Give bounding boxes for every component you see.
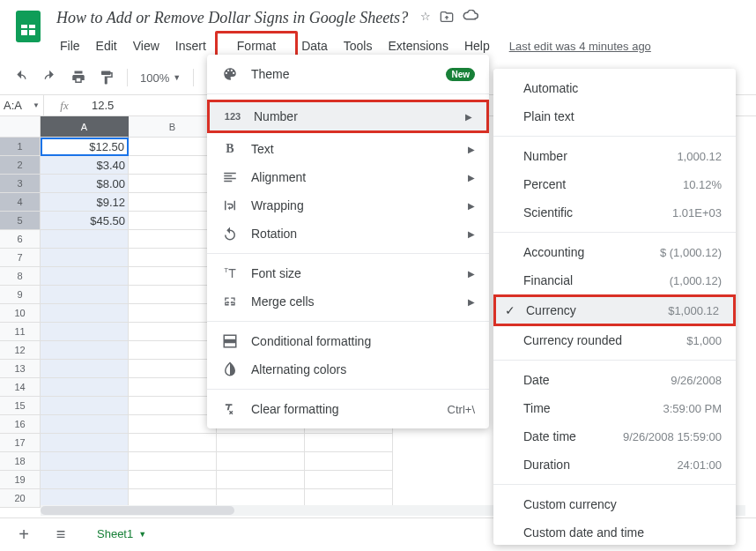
cell[interactable] bbox=[129, 323, 217, 341]
menu-alternating-colors[interactable]: Alternating colors bbox=[207, 355, 489, 383]
cell[interactable] bbox=[305, 452, 393, 471]
menu-edit[interactable]: Edit bbox=[89, 35, 124, 56]
format-currency[interactable]: ✓Currency$1,000.12 bbox=[493, 294, 736, 326]
row-header[interactable]: 14 bbox=[0, 378, 41, 397]
format-time[interactable]: Time3:59:00 PM bbox=[493, 394, 736, 422]
undo-button[interactable] bbox=[11, 66, 33, 89]
row-header[interactable]: 6 bbox=[0, 230, 41, 249]
row-header[interactable]: 18 bbox=[0, 452, 41, 471]
row-header[interactable]: 1 bbox=[0, 138, 41, 156]
cell[interactable]: $9.12 bbox=[41, 193, 129, 212]
format-duration[interactable]: Duration24:01:00 bbox=[493, 450, 736, 479]
cell[interactable] bbox=[41, 452, 129, 471]
cell[interactable] bbox=[41, 267, 129, 286]
cell[interactable] bbox=[129, 249, 217, 267]
scrollbar-thumb[interactable] bbox=[41, 506, 234, 515]
menu-tools[interactable]: Tools bbox=[337, 35, 380, 56]
menu-file[interactable]: File bbox=[53, 35, 87, 56]
name-box[interactable]: A:A▼ bbox=[0, 95, 44, 115]
format-accounting[interactable]: Accounting$ (1,000.12) bbox=[493, 238, 736, 266]
menu-number[interactable]: 123 Number ▶ bbox=[207, 100, 489, 133]
cell[interactable] bbox=[41, 434, 129, 452]
sheets-logo[interactable] bbox=[11, 9, 46, 44]
cell[interactable] bbox=[41, 397, 129, 415]
row-header[interactable]: 4 bbox=[0, 193, 41, 212]
cell[interactable] bbox=[129, 452, 217, 471]
menu-alignment[interactable]: Alignment ▶ bbox=[207, 163, 489, 191]
row-header[interactable]: 13 bbox=[0, 360, 41, 378]
cell[interactable] bbox=[129, 230, 217, 249]
menu-font-size[interactable]: TT Font size ▶ bbox=[207, 259, 489, 287]
paint-format-button[interactable] bbox=[95, 66, 118, 89]
col-header[interactable]: A bbox=[41, 116, 129, 138]
cell[interactable] bbox=[217, 434, 305, 452]
format-scientific[interactable]: Scientific1.01E+03 bbox=[493, 198, 736, 227]
cell[interactable] bbox=[129, 138, 217, 156]
print-button[interactable] bbox=[67, 66, 90, 89]
cell[interactable] bbox=[129, 471, 217, 489]
cell[interactable] bbox=[129, 415, 217, 434]
cell[interactable] bbox=[129, 156, 217, 175]
cell[interactable] bbox=[305, 471, 393, 489]
format-custom-currency[interactable]: Custom currency bbox=[493, 490, 736, 518]
format-automatic[interactable]: Automatic bbox=[493, 74, 736, 102]
col-header[interactable]: B bbox=[129, 116, 217, 138]
cell[interactable] bbox=[41, 415, 129, 434]
row-header[interactable]: 15 bbox=[0, 397, 41, 415]
row-header[interactable]: 17 bbox=[0, 434, 41, 452]
all-sheets-button[interactable]: ≡ bbox=[49, 524, 72, 547]
cell[interactable] bbox=[129, 434, 217, 452]
format-percent[interactable]: Percent10.12% bbox=[493, 170, 736, 198]
cell[interactable] bbox=[41, 230, 129, 249]
row-header[interactable]: 16 bbox=[0, 415, 41, 434]
row-header[interactable]: 9 bbox=[0, 286, 41, 304]
zoom-dropdown[interactable]: 100%▼ bbox=[137, 71, 184, 85]
doc-title[interactable]: How to Add or Remove Dollar Signs in Goo… bbox=[53, 7, 411, 29]
row-header[interactable]: 7 bbox=[0, 249, 41, 267]
cell[interactable] bbox=[41, 286, 129, 304]
select-all-corner[interactable] bbox=[0, 116, 41, 138]
menu-data[interactable]: Data bbox=[294, 35, 335, 56]
row-header[interactable]: 8 bbox=[0, 267, 41, 286]
cell[interactable]: $8.00 bbox=[41, 175, 129, 193]
menu-extensions[interactable]: Extensions bbox=[381, 35, 455, 56]
row-header[interactable]: 10 bbox=[0, 304, 41, 323]
cell[interactable] bbox=[129, 175, 217, 193]
cell[interactable] bbox=[129, 212, 217, 230]
menu-rotation[interactable]: Rotation ▶ bbox=[207, 220, 489, 248]
cell[interactable] bbox=[129, 397, 217, 415]
cell[interactable] bbox=[129, 304, 217, 323]
format-currency-rounded[interactable]: Currency rounded$1,000 bbox=[493, 326, 736, 354]
row-header[interactable]: 5 bbox=[0, 212, 41, 230]
cell[interactable] bbox=[129, 360, 217, 378]
star-icon[interactable]: ☆ bbox=[420, 10, 431, 26]
menu-text[interactable]: B Text ▶ bbox=[207, 135, 489, 163]
cell[interactable] bbox=[129, 378, 217, 397]
menu-insert[interactable]: Insert bbox=[168, 35, 213, 56]
format-custom-date-time[interactable]: Custom date and time bbox=[493, 518, 736, 545]
cell[interactable] bbox=[41, 323, 129, 341]
menu-merge-cells[interactable]: Merge cells ▶ bbox=[207, 287, 489, 316]
sheet-tab[interactable]: Sheet1▼ bbox=[86, 522, 157, 547]
cell[interactable] bbox=[41, 360, 129, 378]
cell[interactable] bbox=[217, 471, 305, 489]
menu-theme[interactable]: Theme New bbox=[207, 60, 489, 88]
row-header[interactable]: 2 bbox=[0, 156, 41, 175]
cell[interactable]: $12.50 bbox=[41, 138, 129, 156]
format-financial[interactable]: Financial(1,000.12) bbox=[493, 266, 736, 294]
menu-clear-formatting[interactable]: Clear formatting Ctrl+\ bbox=[207, 395, 489, 423]
menu-wrapping[interactable]: Wrapping ▶ bbox=[207, 191, 489, 220]
cell[interactable] bbox=[129, 341, 217, 360]
row-header[interactable]: 19 bbox=[0, 471, 41, 489]
row-header[interactable]: 12 bbox=[0, 341, 41, 360]
menu-conditional-formatting[interactable]: Conditional formatting bbox=[207, 327, 489, 355]
cell[interactable] bbox=[41, 341, 129, 360]
add-sheet-button[interactable]: + bbox=[12, 524, 35, 547]
move-icon[interactable] bbox=[440, 10, 454, 26]
cell[interactable] bbox=[41, 304, 129, 323]
cell[interactable] bbox=[129, 193, 217, 212]
cell[interactable] bbox=[41, 471, 129, 489]
cell[interactable] bbox=[41, 378, 129, 397]
row-header[interactable]: 20 bbox=[0, 489, 41, 508]
cell[interactable] bbox=[129, 267, 217, 286]
